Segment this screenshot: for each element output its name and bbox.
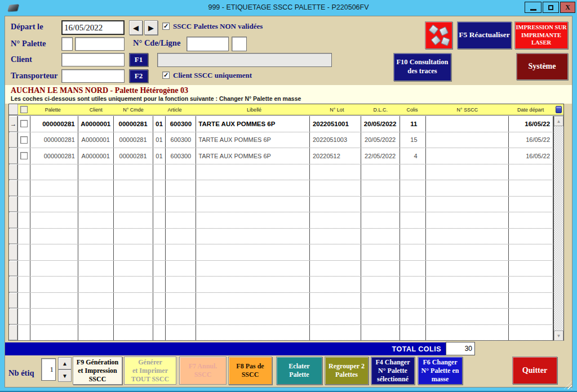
f2-button[interactable]: F2 (129, 69, 148, 83)
cell-cmde: 00000281 (114, 132, 153, 148)
systeme-button[interactable]: Système (516, 53, 568, 80)
cell-sscc (426, 132, 509, 148)
cell-ligne (153, 293, 166, 309)
table-row[interactable]: 000000281A00000010000028101600300TARTE A… (9, 148, 553, 164)
cell-client: A0000001 (78, 132, 114, 148)
select-all-checkbox[interactable] (20, 106, 28, 113)
cell-ligne (153, 277, 166, 292)
row-selector-cell (9, 148, 18, 164)
cell-client (78, 325, 114, 341)
row-checkbox-cell (18, 325, 30, 341)
cell-cmde: 00000281 (114, 116, 153, 132)
cell-ligne (153, 261, 166, 277)
quitter-button[interactable]: Quitter (512, 357, 557, 384)
cell-sscc (426, 197, 509, 212)
next-day-button[interactable]: ▶ (144, 20, 158, 35)
f5-reactualiser-button[interactable]: F5 Réactualiser (457, 21, 512, 49)
cell-date: 16/05/22 (509, 116, 553, 132)
cell-sscc (426, 180, 509, 196)
resize-grip[interactable] (564, 381, 572, 389)
close-button[interactable]: X (560, 2, 575, 13)
spinner-down-button[interactable]: ▼ (58, 369, 72, 382)
row-checkbox[interactable] (20, 136, 28, 144)
table-row-empty (9, 244, 553, 261)
cell-ligne (153, 309, 166, 324)
cell-lot: 2022051001 (310, 116, 361, 132)
cell-lot (310, 277, 361, 292)
cell-sscc (426, 229, 509, 244)
client-sscc-checkbox[interactable]: ✓ (162, 72, 170, 79)
regrouper-palettes-button[interactable]: Regrouper 2 Palettes (325, 357, 369, 385)
table-row-empty (9, 180, 553, 197)
maximize-button[interactable] (543, 2, 559, 13)
app-window: 999 - ETIQUETAGE SSCC PALETTE - P220506F… (0, 0, 577, 392)
palette-number-input[interactable] (75, 37, 125, 51)
cell-libelle: TARTE AUX POMMES 6P (196, 148, 310, 164)
transporteur-input[interactable] (61, 69, 125, 83)
cell-cmde (114, 197, 153, 212)
row-checkbox[interactable] (20, 152, 28, 159)
window-title: 999 - ETIQUETAGE SSCC PALETTE - P220506F… (0, 3, 577, 11)
f7-annul-sscc-button[interactable]: F7 Annul. SSCC (179, 357, 227, 385)
cde-input[interactable] (187, 37, 229, 51)
client-code-input[interactable] (61, 53, 125, 66)
cell-dlc (361, 229, 400, 244)
f8-pas-de-sscc-button[interactable]: F8 Pas de SSCC (228, 357, 272, 385)
f1-button[interactable]: F1 (129, 53, 148, 66)
cell-cmde (114, 277, 153, 292)
header-tool-cell[interactable] (553, 104, 563, 115)
cell-article (166, 244, 196, 260)
keyboard-keys-icon (439, 26, 449, 36)
table-row-empty (9, 293, 553, 309)
cell-cmde: 00000281 (114, 148, 153, 164)
row-checkbox-cell (18, 116, 30, 132)
cell-ligne (153, 229, 166, 244)
cell-libelle: TARTE AUX POMMES 6P (196, 116, 310, 132)
grid-tool-icon[interactable] (556, 106, 562, 113)
table-row-empty (9, 261, 553, 277)
table-row-empty (9, 229, 553, 245)
header-palette: Palette (30, 104, 78, 115)
f4-changer-palette-selectionne-button[interactable]: F4 Changer N° Palette sélectionné (371, 357, 415, 385)
row-checkbox[interactable] (20, 120, 28, 127)
sscc-non-validees-checkbox[interactable]: ✓ (162, 23, 170, 30)
header-checkbox-cell[interactable] (18, 104, 30, 115)
ligne-input[interactable] (232, 37, 247, 51)
cell-cmde (114, 293, 153, 309)
keyboard-entry-button[interactable] (425, 21, 452, 49)
row-selector-cell (9, 277, 18, 292)
prev-day-button[interactable]: ◀ (129, 20, 143, 35)
palette-prefix-input[interactable] (61, 37, 73, 51)
spinner-up-button[interactable]: ▲ (58, 357, 72, 369)
prev-icon: ◀ (133, 24, 139, 32)
generer-imprimer-tout-button[interactable]: Générer et Imprimer TOUT SSCC (124, 357, 176, 385)
cell-client (78, 197, 114, 212)
row-selector-cell (9, 325, 18, 341)
impression-laser-button[interactable]: IMPRESSION SUR IMPRIMANTE LASER (514, 21, 568, 49)
scroll-down-button[interactable]: ▼ (554, 331, 563, 341)
cell-dlc (361, 261, 400, 277)
f10-consultation-button[interactable]: F10 Consultation des traces (393, 53, 451, 81)
depart-date-input[interactable] (61, 20, 125, 35)
row-checkbox-cell (18, 164, 30, 180)
f6-changer-palette-masse-button[interactable]: F6 Changer N° Palette en masse (418, 357, 463, 385)
eclater-palette-button[interactable]: Eclater Palette (276, 357, 322, 385)
cell-date (509, 164, 553, 180)
keyboard-keys-icon (441, 37, 450, 46)
nb-etiq-input[interactable] (41, 358, 56, 381)
cell-client (78, 180, 114, 196)
cell-libelle (196, 293, 310, 309)
scroll-up-button[interactable]: ▲ (554, 116, 563, 126)
close-icon: X (565, 3, 570, 12)
cell-lot (310, 180, 361, 196)
header-cmde: N° Cmde (114, 104, 153, 115)
cell-palette: 000000281 (30, 148, 78, 164)
cell-sscc (426, 164, 509, 180)
f9-generation-impression-button[interactable]: F9 Génération et Impression SSCC (73, 357, 122, 385)
cell-cmde (114, 229, 153, 244)
cell-colis (400, 197, 426, 212)
table-row[interactable]: →000000281A00000010000028101600300TARTE … (9, 116, 553, 132)
vertical-scrollbar[interactable]: ▲ ▼ (553, 116, 563, 341)
minimize-button[interactable] (525, 2, 542, 13)
table-row[interactable]: 000000281A00000010000028101600300TARTE A… (9, 132, 553, 149)
